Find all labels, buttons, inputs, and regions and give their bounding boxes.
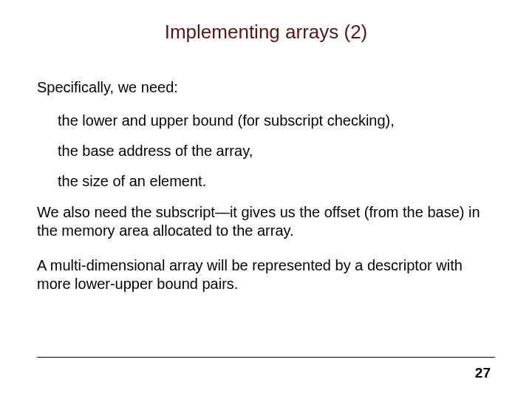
slide-title: Implementing arrays (2) — [37, 21, 495, 44]
page-number: 27 — [475, 365, 491, 381]
bullet-item: the lower and upper bound (for subscript… — [58, 112, 495, 129]
bullet-item: the size of an element. — [58, 173, 495, 190]
slide: Implementing arrays (2) Specifically, we… — [0, 0, 532, 399]
footer-divider — [37, 357, 495, 358]
bullet-item: the base address of the array, — [58, 143, 495, 160]
paragraph: A multi-dimensional array will be repres… — [37, 256, 495, 293]
intro-text: Specifically, we need: — [37, 79, 495, 96]
paragraph: We also need the subscript—it gives us t… — [37, 203, 495, 240]
